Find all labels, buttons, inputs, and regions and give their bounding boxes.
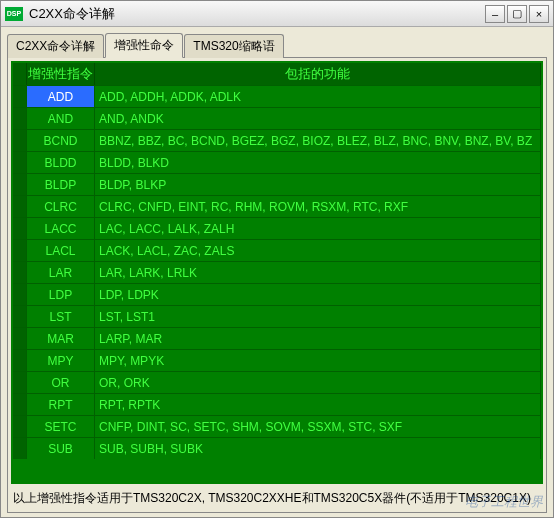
instruction-cell: LAR bbox=[27, 262, 95, 283]
instruction-cell: CLRC bbox=[27, 196, 95, 217]
table-row[interactable]: SETCCNFP, DINT, SC, SETC, SHM, SOVM, SSX… bbox=[13, 415, 541, 437]
instruction-cell: LACC bbox=[27, 218, 95, 239]
table-row[interactable]: MPYMPY, MPYK bbox=[13, 349, 541, 371]
instruction-cell: MPY bbox=[27, 350, 95, 371]
instruction-cell: OR bbox=[27, 372, 95, 393]
instruction-cell: LDP bbox=[27, 284, 95, 305]
table-row[interactable]: ANDAND, ANDK bbox=[13, 107, 541, 129]
row-gutter bbox=[13, 218, 27, 239]
functions-cell: RPT, RPTK bbox=[95, 394, 541, 415]
tab-bar: C2XX命令详解增强性命令TMS320缩略语 bbox=[7, 33, 547, 58]
functions-cell: BLDP, BLKP bbox=[95, 174, 541, 195]
grid-body: ADDADD, ADDH, ADDK, ADLKANDAND, ANDKBCND… bbox=[13, 85, 541, 482]
instruction-cell: MAR bbox=[27, 328, 95, 349]
footer-note: 以上增强性指令适用于TMS320C2X, TMS320C2XXHE和TMS320… bbox=[11, 484, 543, 509]
row-gutter bbox=[13, 196, 27, 217]
instruction-cell: LST bbox=[27, 306, 95, 327]
functions-cell: LST, LST1 bbox=[95, 306, 541, 327]
functions-cell: ADD, ADDH, ADDK, ADLK bbox=[95, 86, 541, 107]
table-row[interactable]: OROR, ORK bbox=[13, 371, 541, 393]
row-gutter bbox=[13, 262, 27, 283]
close-button[interactable]: × bbox=[529, 5, 549, 23]
row-gutter bbox=[13, 328, 27, 349]
grid-header: 增强性指令 包括的功能 bbox=[13, 63, 541, 85]
table-row[interactable]: BLDPBLDP, BLKP bbox=[13, 173, 541, 195]
functions-cell: LARP, MAR bbox=[95, 328, 541, 349]
functions-cell: MPY, MPYK bbox=[95, 350, 541, 371]
table-row[interactable]: SUBSUB, SUBH, SUBK bbox=[13, 437, 541, 459]
row-gutter bbox=[13, 438, 27, 459]
row-gutter bbox=[13, 174, 27, 195]
titlebar: DSP C2XX命令详解 – ▢ × bbox=[1, 1, 553, 27]
functions-cell: AND, ANDK bbox=[95, 108, 541, 129]
row-gutter bbox=[13, 152, 27, 173]
app-icon: DSP bbox=[5, 7, 23, 21]
table-row[interactable]: LSTLST, LST1 bbox=[13, 305, 541, 327]
row-gutter bbox=[13, 86, 27, 107]
functions-cell: LACK, LACL, ZAC, ZALS bbox=[95, 240, 541, 261]
maximize-button[interactable]: ▢ bbox=[507, 5, 527, 23]
functions-cell: LAR, LARK, LRLK bbox=[95, 262, 541, 283]
functions-cell: CLRC, CNFD, EINT, RC, RHM, ROVM, RSXM, R… bbox=[95, 196, 541, 217]
tab-2[interactable]: TMS320缩略语 bbox=[184, 34, 283, 58]
functions-cell: CNFP, DINT, SC, SETC, SHM, SOVM, SSXM, S… bbox=[95, 416, 541, 437]
tab-panel: 增强性指令 包括的功能 ADDADD, ADDH, ADDK, ADLKANDA… bbox=[7, 57, 547, 513]
functions-cell: OR, ORK bbox=[95, 372, 541, 393]
table-row[interactable]: CLRCCLRC, CNFD, EINT, RC, RHM, ROVM, RSX… bbox=[13, 195, 541, 217]
row-gutter bbox=[13, 240, 27, 261]
row-gutter bbox=[13, 130, 27, 151]
instruction-cell: ADD bbox=[27, 86, 95, 107]
table-row[interactable]: BCNDBBNZ, BBZ, BC, BCND, BGEZ, BGZ, BIOZ… bbox=[13, 129, 541, 151]
instruction-cell: LACL bbox=[27, 240, 95, 261]
table-row[interactable]: LARLAR, LARK, LRLK bbox=[13, 261, 541, 283]
instruction-cell: AND bbox=[27, 108, 95, 129]
header-spacer bbox=[13, 63, 27, 85]
tab-1[interactable]: 增强性命令 bbox=[105, 33, 183, 58]
header-functions: 包括的功能 bbox=[95, 63, 541, 85]
row-gutter bbox=[13, 416, 27, 437]
table-row[interactable]: ADDADD, ADDH, ADDK, ADLK bbox=[13, 85, 541, 107]
table-row[interactable]: MARLARP, MAR bbox=[13, 327, 541, 349]
instruction-cell: BCND bbox=[27, 130, 95, 151]
row-gutter bbox=[13, 372, 27, 393]
functions-cell: BBNZ, BBZ, BC, BCND, BGEZ, BGZ, BIOZ, BL… bbox=[95, 130, 541, 151]
instruction-cell: RPT bbox=[27, 394, 95, 415]
window-buttons: – ▢ × bbox=[485, 5, 549, 23]
minimize-button[interactable]: – bbox=[485, 5, 505, 23]
row-gutter bbox=[13, 284, 27, 305]
table-row[interactable]: LACCLAC, LACC, LALK, ZALH bbox=[13, 217, 541, 239]
table-row[interactable]: LDPLDP, LDPK bbox=[13, 283, 541, 305]
row-gutter bbox=[13, 306, 27, 327]
instruction-cell: SETC bbox=[27, 416, 95, 437]
table-row[interactable]: BLDDBLDD, BLKD bbox=[13, 151, 541, 173]
row-gutter bbox=[13, 394, 27, 415]
instruction-grid: 增强性指令 包括的功能 ADDADD, ADDH, ADDK, ADLKANDA… bbox=[11, 61, 543, 484]
header-instruction: 增强性指令 bbox=[27, 63, 95, 85]
instruction-cell: BLDP bbox=[27, 174, 95, 195]
row-gutter bbox=[13, 350, 27, 371]
functions-cell: BLDD, BLKD bbox=[95, 152, 541, 173]
window-title: C2XX命令详解 bbox=[29, 5, 485, 23]
content-area: C2XX命令详解增强性命令TMS320缩略语 增强性指令 包括的功能 ADDAD… bbox=[1, 27, 553, 517]
tab-0[interactable]: C2XX命令详解 bbox=[7, 34, 104, 58]
row-gutter bbox=[13, 108, 27, 129]
table-row[interactable]: LACLLACK, LACL, ZAC, ZALS bbox=[13, 239, 541, 261]
table-row[interactable]: RPTRPT, RPTK bbox=[13, 393, 541, 415]
instruction-cell: SUB bbox=[27, 438, 95, 459]
instruction-cell: BLDD bbox=[27, 152, 95, 173]
functions-cell: LDP, LDPK bbox=[95, 284, 541, 305]
functions-cell: SUB, SUBH, SUBK bbox=[95, 438, 541, 459]
functions-cell: LAC, LACC, LALK, ZALH bbox=[95, 218, 541, 239]
